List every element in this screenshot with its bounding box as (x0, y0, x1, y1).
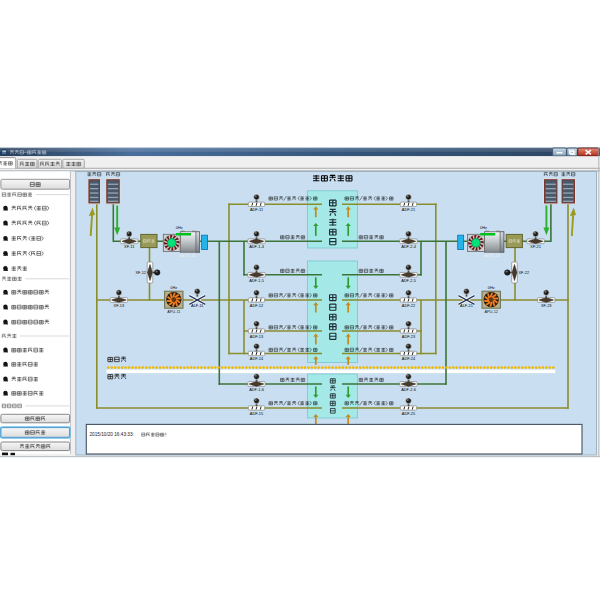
svg-text:XF-11: XF-11 (124, 244, 134, 249)
svg-text:ALF-11: ALF-11 (191, 303, 203, 308)
svg-text:ADF-2-4: ADF-2-4 (401, 244, 417, 249)
svg-text:XF-12: XF-12 (135, 270, 146, 275)
svg-text:XF-13: XF-13 (114, 303, 125, 308)
svg-text:APU-11: APU-11 (167, 309, 180, 314)
svg-text:ADF-21: ADF-21 (402, 207, 415, 212)
svg-text:0Hz: 0Hz (488, 285, 495, 290)
svg-text:0Hz: 0Hz (176, 225, 183, 230)
svg-text:0Hz: 0Hz (480, 225, 487, 230)
svg-text:ADF-24: ADF-24 (402, 356, 416, 361)
svg-text:ADF-1-6: ADF-1-6 (249, 387, 264, 392)
svg-text:ADF-2-6: ADF-2-6 (401, 387, 416, 392)
svg-text:ADF-14: ADF-14 (250, 356, 264, 361)
svg-text:ADF-22: ADF-22 (402, 303, 415, 308)
svg-text:XF-21: XF-21 (530, 244, 541, 249)
svg-text:APU-12: APU-12 (484, 309, 498, 314)
svg-text:ADF-25: ADF-25 (402, 411, 415, 416)
svg-text:2015/10/20 16:43:33:: 2015/10/20 16:43:33: (90, 432, 134, 437)
svg-text:ADF-11: ADF-11 (250, 207, 263, 212)
svg-text:ALF-21: ALF-21 (460, 303, 473, 308)
svg-text:ADF-12: ADF-12 (250, 303, 263, 308)
svg-text:AKTU-11: AKTU-11 (180, 254, 195, 258)
svg-text:ADF-15: ADF-15 (250, 411, 263, 416)
svg-text:ADF-13: ADF-13 (250, 334, 263, 339)
svg-text:ADF-2-5: ADF-2-5 (401, 278, 416, 283)
svg-text:ADF-1-4: ADF-1-4 (249, 244, 265, 249)
svg-text:XF-22: XF-22 (519, 270, 530, 275)
svg-text:0Hz: 0Hz (170, 285, 177, 290)
svg-text:AKTU-12: AKTU-12 (484, 254, 500, 258)
svg-text:ADF-23: ADF-23 (402, 334, 415, 339)
svg-text:XF-23: XF-23 (541, 303, 552, 308)
svg-text:ADF-1-5: ADF-1-5 (249, 278, 264, 283)
